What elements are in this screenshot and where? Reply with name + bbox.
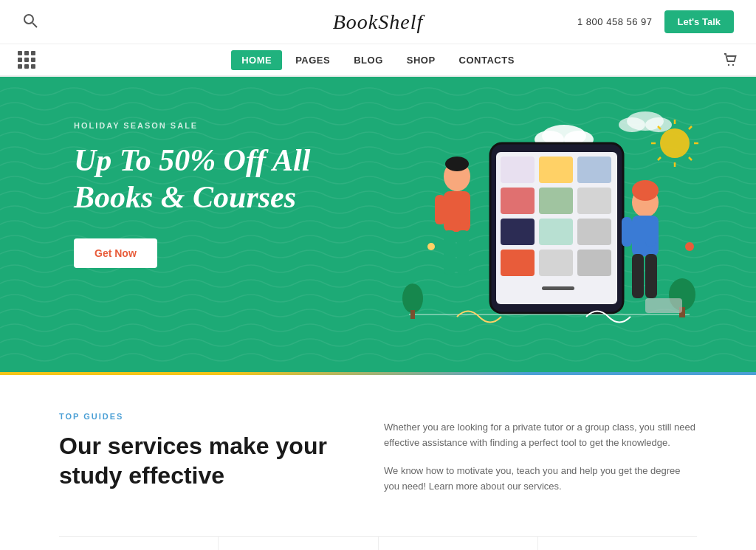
grid-menu-icon[interactable] [18,51,35,69]
navbar: HOME PAGES BLOG SHOP CONTACTS [0,44,756,77]
services-desc-1: Whether you are looking for a private tu… [384,419,697,451]
cart-icon[interactable] [722,52,738,68]
services-tag: TOP GUIDES [59,412,340,421]
svg-line-1 [32,23,37,27]
nav-contacts[interactable]: CONTACTS [449,50,525,70]
service-card-hr: Human Resource Management [219,537,378,550]
service-card-branding: Branding Project Management [59,537,219,550]
svg-rect-23 [577,157,611,183]
svg-rect-53 [410,310,415,319]
service-card-sales: Corporate Sales Management [538,537,697,550]
svg-rect-27 [501,219,535,245]
svg-rect-36 [435,195,445,224]
svg-rect-24 [501,188,535,214]
header-left [22,13,38,32]
services-left: TOP GUIDES Our services make your study … [59,412,340,506]
service-card-design: Creative Design UI/UX [379,537,538,550]
svg-rect-39 [457,230,469,275]
services-top: TOP GUIDES Our services make your study … [59,412,697,506]
svg-line-16 [689,157,692,160]
svg-point-47 [632,180,659,201]
svg-line-17 [689,126,692,129]
svg-rect-44 [645,217,656,247]
lets-talk-button[interactable]: Let's Talk [664,10,734,33]
svg-rect-56 [645,298,682,313]
svg-rect-43 [622,217,632,247]
svg-rect-30 [501,250,535,276]
svg-rect-45 [632,254,644,298]
svg-rect-29 [577,219,611,245]
service-cards: Branding Project Management [59,536,697,550]
nav-pages[interactable]: PAGES [285,50,340,70]
svg-point-50 [685,242,694,251]
nav-home[interactable]: HOME [231,50,282,70]
services-section: TOP GUIDES Our services make your study … [0,375,756,550]
svg-point-10 [660,128,690,158]
hero-section: HOLIDAY SEASON SALE Up To 50% Off All Bo… [0,77,756,372]
svg-rect-38 [444,230,456,275]
logo-area: BookShelf [333,10,424,34]
svg-point-40 [445,157,469,171]
svg-point-49 [427,243,435,250]
nav-links: HOME PAGES BLOG SHOP CONTACTS [231,50,525,70]
svg-point-52 [402,283,423,313]
services-desc-2: We know how to motivate you, teach you a… [384,463,697,495]
svg-point-0 [24,15,33,24]
svg-rect-46 [645,254,657,298]
svg-rect-21 [501,157,535,183]
svg-point-9 [645,117,672,132]
svg-point-2 [728,64,729,66]
site-logo[interactable]: BookShelf [333,10,424,33]
header: BookShelf 1 800 458 56 97 Let's Talk [0,0,756,44]
svg-rect-31 [539,250,573,276]
phone-number: 1 800 458 56 97 [577,16,652,27]
nav-shop[interactable]: SHOP [396,50,446,70]
search-icon[interactable] [22,13,38,32]
svg-point-8 [619,117,645,132]
svg-rect-28 [539,219,573,245]
svg-rect-26 [577,188,611,214]
hero-illustration [372,99,712,365]
services-description: Whether you are looking for a private tu… [384,412,697,506]
svg-rect-32 [577,250,611,276]
services-title: Our services make your study effective [59,431,340,490]
svg-rect-37 [459,195,470,224]
header-right: 1 800 458 56 97 Let's Talk [577,10,734,33]
svg-rect-22 [539,157,573,183]
svg-rect-25 [539,188,573,214]
svg-line-18 [658,157,661,160]
svg-rect-33 [542,286,574,290]
hero-cta-button[interactable]: Get Now [74,238,157,268]
nav-blog[interactable]: BLOG [343,50,394,70]
svg-point-3 [732,64,734,66]
